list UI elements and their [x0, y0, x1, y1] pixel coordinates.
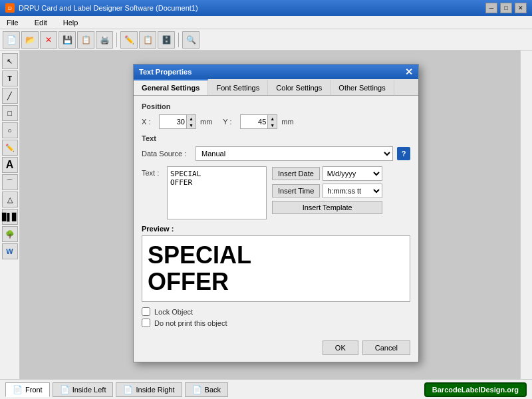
close-file-button[interactable]: ✕ [40, 31, 57, 49]
no-print-checkbox[interactable] [142, 319, 150, 327]
maximize-button[interactable]: □ [500, 3, 512, 13]
x-unit: mm [200, 118, 212, 126]
tab-inside-right[interactable]: 📄 Inside Right [116, 382, 182, 397]
tab-inside-right-icon: 📄 [123, 385, 133, 394]
position-section-label: Position [142, 102, 410, 110]
dialog-close-button[interactable]: ✕ [405, 66, 413, 77]
zoom-in-button[interactable]: 🔍 [182, 31, 200, 49]
minimize-button[interactable]: ─ [485, 3, 497, 13]
menu-bar: File Edit Help [0, 16, 532, 29]
dialog-tabs: General Settings Font Settings Color Set… [134, 79, 418, 96]
insert-template-button[interactable]: Insert Template [272, 201, 382, 214]
dialog-title-bar: Text Properties ✕ [134, 65, 418, 79]
close-button[interactable]: ✕ [515, 3, 527, 13]
dialog-title-text: Text Properties [139, 68, 192, 76]
open-button[interactable]: 📂 [21, 31, 39, 49]
x-input[interactable] [160, 115, 186, 128]
w-tool[interactable]: W [2, 243, 18, 259]
line-tool[interactable]: ╱ [2, 88, 18, 104]
x-spin-down[interactable]: ▼ [186, 122, 196, 128]
tab-front-label: Front [25, 386, 43, 394]
barcode-tool[interactable]: ▊▌▊ [2, 209, 18, 225]
y-unit: mm [281, 118, 293, 126]
tab-general-settings[interactable]: General Settings [134, 79, 208, 95]
shape-tool[interactable]: △ [2, 192, 18, 207]
date-format-select[interactable]: M/d/yyyy [323, 166, 382, 181]
insert-time-button[interactable]: Insert Time [272, 184, 320, 198]
toolbar-sep-1 [116, 33, 117, 47]
y-spin-up[interactable]: ▲ [267, 115, 277, 122]
tab-font-settings[interactable]: Font Settings [208, 79, 268, 95]
y-spinner[interactable]: ▲ ▼ [240, 114, 277, 129]
preview-text: SPECIALOFFER [148, 242, 251, 295]
tab-group: 📄 Front 📄 Inside Left 📄 Inside Right 📄 B… [5, 382, 228, 397]
select-tool[interactable]: ↖ [2, 53, 18, 69]
x-label: X : [142, 118, 155, 126]
right-ruler [520, 51, 532, 379]
text-insert-buttons: Insert Date M/d/yyyy Insert Time h:mm:ss… [272, 166, 382, 214]
image-tool[interactable]: 🌳 [2, 226, 18, 242]
copy-button[interactable]: 📋 [139, 31, 156, 49]
y-input[interactable] [241, 115, 267, 128]
tab-back[interactable]: 📄 Back [185, 382, 228, 397]
tab-front[interactable]: 📄 Front [5, 382, 50, 397]
datasource-label: Data Source : [142, 150, 192, 158]
tab-front-icon: 📄 [13, 385, 23, 394]
left-toolbar: ↖ T ╱ □ ○ ✏️ A ⌒ △ ▊▌▊ 🌳 W [0, 51, 20, 379]
save-button[interactable]: 💾 [59, 31, 76, 49]
new-button[interactable]: 📄 [3, 31, 20, 49]
insert-date-button[interactable]: Insert Date [272, 167, 320, 180]
no-print-label: Do not print this object [154, 319, 227, 327]
text-tool[interactable]: T [2, 70, 18, 86]
title-bar-buttons: ─ □ ✕ [485, 3, 527, 13]
lock-object-label: Lock Object [154, 308, 193, 316]
text-textarea[interactable]: SPECIAL OFFER [167, 166, 267, 219]
no-print-row: Do not print this object [142, 319, 410, 327]
ok-button[interactable]: OK [323, 340, 358, 355]
help-button[interactable]: ? [397, 147, 410, 160]
title-bar: D DRPU Card and Label Designer Software … [0, 0, 532, 16]
tab-other-settings[interactable]: Other Settings [331, 79, 394, 95]
bottom-bar: 📄 Front 📄 Inside Left 📄 Inside Right 📄 B… [0, 379, 532, 399]
text-field-label: Text : [142, 166, 162, 177]
preview-label: Preview : [142, 225, 410, 233]
save-as-button[interactable]: 📋 [77, 31, 94, 49]
app-icon: D [5, 3, 15, 13]
toolbar-sep-2 [178, 33, 179, 47]
x-spinner[interactable]: ▲ ▼ [159, 114, 196, 129]
database-button[interactable]: 🗄️ [158, 31, 175, 49]
menu-file[interactable]: File [3, 17, 23, 28]
pen-tool[interactable]: ✏️ [2, 140, 18, 156]
tab-inside-left-label: Inside Left [72, 386, 106, 394]
datasource-select[interactable]: Manual [196, 146, 393, 161]
cancel-button[interactable]: Cancel [362, 340, 410, 355]
y-label: Y : [223, 118, 236, 126]
dialog-content: Position X : ▲ ▼ mm Y : [134, 96, 418, 336]
y-spin-down[interactable]: ▼ [267, 122, 277, 128]
datasource-row: Data Source : Manual ? [142, 146, 410, 161]
insert-time-row: Insert Time h:mm:ss tt [272, 184, 382, 198]
tab-inside-left-icon: 📄 [60, 385, 70, 394]
time-format-select[interactable]: h:mm:ss tt [323, 184, 382, 198]
tab-inside-right-label: Inside Right [136, 386, 174, 394]
preview-section: SPECIALOFFER [142, 235, 410, 302]
ellipse-tool[interactable]: ○ [2, 122, 18, 138]
lock-object-checkbox[interactable] [142, 307, 150, 316]
bigtext-tool[interactable]: A [2, 157, 18, 173]
edit-button[interactable]: ✏️ [120, 31, 138, 49]
brand-logo: BarcodeLabelDesign.org [424, 382, 527, 397]
text-area-row: Text : SPECIAL OFFER Insert Date M/d/yyy… [142, 166, 410, 219]
x-spin-up[interactable]: ▲ [186, 115, 196, 122]
text-properties-dialog: Text Properties ✕ General Settings Font … [133, 64, 419, 362]
tab-back-icon: 📄 [192, 385, 202, 394]
print-button[interactable]: 🖨️ [96, 31, 113, 49]
menu-help[interactable]: Help [59, 17, 82, 28]
tab-inside-left[interactable]: 📄 Inside Left [53, 382, 114, 397]
main-area: ↖ T ╱ □ ○ ✏️ A ⌒ △ ▊▌▊ 🌳 W SPECIAL [0, 51, 532, 379]
menu-edit[interactable]: Edit [31, 17, 51, 28]
rect-tool[interactable]: □ [2, 105, 18, 121]
tab-back-label: Back [205, 386, 221, 394]
tab-color-settings[interactable]: Color Settings [268, 79, 331, 95]
curve-tool[interactable]: ⌒ [2, 174, 18, 190]
y-spin-buttons: ▲ ▼ [267, 115, 277, 128]
